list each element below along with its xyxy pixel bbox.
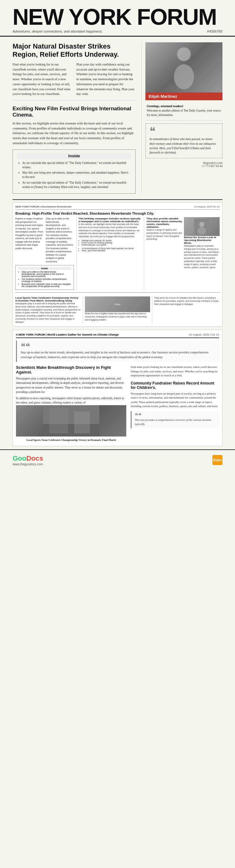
col-right: Elijah Martinez Greetings, esteemed read… (141, 42, 223, 194)
page2-right-body1: Explore a range of options and perspecti… (147, 228, 182, 241)
page2-col1: Explore a range of options and perspecti… (16, 217, 43, 263)
svg-point-1 (174, 64, 194, 89)
page2-pub: NEW YORK FORUM | Shockwaves Reverberate (16, 205, 71, 208)
intro-col2: Plan your day with confidence using our … (77, 62, 136, 96)
mid-col3-title: Community Fundraiser Raises Record Amoun… (131, 381, 219, 390)
contact-phone: +1 773 847 64 44 (145, 164, 223, 168)
svg-point-3 (199, 222, 204, 227)
page2-header: NEW YORK FORUM | Shockwaves Reverberate … (16, 205, 219, 210)
mid-section: 4 NEW YORK FORUM | World Leaders Gather … (12, 330, 223, 446)
footer-slides-label: Slides (213, 459, 222, 462)
mid-quote-text: Stay up-to-date on the latest trends, de… (21, 350, 215, 360)
quote-mark: ❝ (149, 127, 218, 136)
page2-right-top: They also provide valuable information a… (147, 217, 219, 269)
footer-url: www.thegoodocs.com (12, 463, 43, 466)
mid-section-header: 4 NEW YORK FORUM | World Leaders Gather … (16, 333, 219, 338)
footer: GooDocs www.thegoodocs.com Slides (0, 450, 235, 470)
page-divider (12, 199, 223, 200)
inside-item-2: May this year bring new adventures, deep… (22, 170, 131, 180)
page2-right-body2: Newspapers play an important integral pa… (184, 244, 219, 269)
mid-quote-right: ❝❝ This text provides a comprehensive ov… (131, 411, 219, 428)
mid-two-col-area: Scientists Make Breakthrough Discovery i… (16, 365, 219, 443)
main-article-title: Major Natural Disaster Strikes Region, R… (12, 42, 136, 59)
header-tagline: Adventures, deeper connections, and abun… (12, 29, 102, 33)
svg-point-4 (197, 227, 206, 235)
page2-right-right-col: Behind the Scenes Look at Upcoming Block… (184, 217, 219, 269)
page2-bottom-title1: Local Sports Team Celebrates Championshi… (16, 297, 81, 302)
page2-bottom-body1: Newspapers play a crucial role in keepin… (16, 302, 81, 324)
page2-date: 15 August, 2025 No 10 (194, 205, 219, 208)
header-issue: #4356783 (207, 29, 223, 33)
page2-left-area: Explore a range of options and perspecti… (16, 217, 74, 290)
page2-bottom-col1: Local Sports Team Celebrates Championshi… (16, 297, 81, 324)
page2-inside-item-3: Business and corporate news to help you … (22, 283, 71, 287)
main-content-section1: Major Natural Disaster Strikes Region, R… (0, 37, 235, 197)
mid-col3-body: Newspapers have long been an integral pa… (131, 392, 219, 409)
inside-list: As we conclude this special edition of "… (17, 161, 131, 190)
mid-col-left-body2: In addition to news reporting, newspaper… (16, 396, 126, 405)
page2-bottom-body2: While the rise of digital media has tran… (85, 312, 150, 321)
mid-col-left-title: Scientists Make Breakthrough Discovery i… (16, 365, 126, 374)
quote-box: ❝ In remembrance of those who have passe… (145, 123, 223, 159)
page2-right-title2: Behind the Scenes Look at Upcoming Block… (184, 236, 219, 244)
mid-date: 15 August, 2025 | No 10 (189, 333, 219, 336)
contact-info: thegoodocs.com +1 773 847 64 44 (145, 161, 223, 168)
svg-rect-8 (74, 411, 90, 433)
header-subline: Adventures, deeper connections, and abun… (12, 29, 223, 33)
footer-slides-icon: Slides (212, 455, 223, 465)
person-name-bar: Elijah Martinez (145, 92, 223, 100)
greeting-box: Greetings, esteemed readers! Welcome to … (145, 100, 223, 120)
page2-right-title1: They also provide valuable information a… (147, 217, 182, 228)
mid-img-placeholder (16, 405, 126, 436)
page2-inside-box: Inside Stay up-to-date on the latest tre… (16, 265, 74, 290)
page2-center-li5: Here, you'll find heartfelt (82, 249, 142, 252)
newspaper-title: NEW YORK FORUM (12, 6, 223, 28)
page2-center-li1: Indulge your passion for sports (82, 239, 142, 242)
footer-left: GooDocs www.thegoodocs.com (12, 454, 43, 466)
svg-point-0 (177, 47, 191, 61)
page2-center-list1: Indulge your passion for sports From sco… (79, 239, 142, 246)
page2-right-left-col: They also provide valuable information a… (147, 217, 182, 269)
inside-item-1: As we conclude this special edition of "… (22, 161, 131, 170)
page2-img-svg (194, 219, 210, 235)
mid-img-svg (43, 405, 99, 436)
contact-site: thegoodocs.com (145, 161, 223, 164)
footer-logo: GooDocs (12, 454, 43, 463)
inside-item-3: As we conclude this special edition of "… (22, 181, 131, 190)
page2-inside-list: Stay up-to-date on the latest trends, de… (18, 271, 71, 287)
page2-center-list2: in remembrance of those who have passed,… (79, 247, 142, 252)
greeting-label: Greetings, esteemed readers! (147, 105, 183, 108)
page2-bottom-col2: Photo While the rise of digital media ha… (83, 297, 150, 324)
page2-center-body: In this section, we highlight stories th… (79, 223, 142, 238)
mid-col-right: Find what you're looking for in our clas… (131, 365, 219, 443)
sub-article-title: Exciting New Film Festival Brings Intern… (12, 105, 136, 119)
person-name: Elijah Martinez (149, 94, 177, 99)
page2-center-li4: in remembrance of those who have passed,… (82, 247, 142, 249)
page2-inside-item-1: Stay up-to-date on the latest trends, de… (22, 271, 71, 277)
person-image-inner (145, 42, 223, 92)
page2-center-li2: From scores to thrilling sporting (82, 242, 142, 244)
mid-quote-mark: ❝❝ (21, 343, 215, 350)
mid-quote-block: ❝❝ Stay up-to-date on the latest trends,… (16, 341, 219, 362)
page2-top-content: Explore a range of options and perspecti… (16, 217, 219, 290)
mid-col-left: Scientists Make Breakthrough Discovery i… (16, 365, 126, 443)
page2-two-cols: Explore a range of options and perspecti… (16, 217, 74, 263)
page2-right-area: They also provide valuable information a… (147, 217, 219, 290)
page2-mini-section: NEW YORK FORUM | Shockwaves Reverberate … (12, 203, 223, 327)
svg-rect-7 (49, 408, 68, 433)
page2-bottom: Local Sports Team Celebrates Championshi… (16, 292, 219, 324)
page2-bottom-col3: They serve as a forum for debates and di… (152, 297, 219, 324)
page2-col2: Stay up-to-date on the latest trends, de… (46, 217, 74, 263)
page2-inside-title: Inside (18, 267, 71, 270)
two-col-intro: Find what you're looking for in our clas… (12, 62, 136, 96)
page2-main-title: Breaking: High-Profile Trial Verdict Rea… (16, 212, 219, 215)
greeting-text: Welcome to another edition of The Daily … (147, 108, 221, 118)
intro-col1: Find what you're looking for in our clas… (12, 62, 72, 96)
person-silhouette (171, 45, 197, 89)
page2-inside-item-2: Our business section provides comprehens… (22, 278, 71, 282)
mid-quote-right-mark: ❝❝ (135, 413, 216, 418)
mid-issue: 4 NEW YORK FORUM | World Leaders Gather … (16, 333, 119, 336)
mid-col-right-body: Find what you're looking for in our clas… (131, 365, 219, 378)
col-left: Major Natural Disaster Strikes Region, R… (12, 42, 141, 194)
footer-logo-part1: Goo (12, 454, 26, 462)
